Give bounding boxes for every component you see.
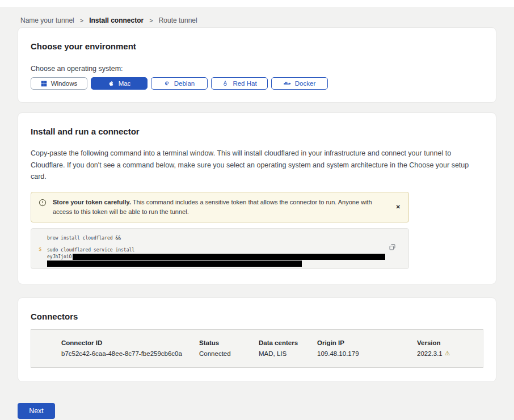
install-card: Install and run a connector Copy-paste t… xyxy=(18,112,496,284)
docker-icon xyxy=(284,81,291,87)
install-command-block: $ brew install cloudflared && sudo cloud… xyxy=(31,228,409,269)
install-card-title: Install and run a connector xyxy=(31,127,483,136)
breadcrumb: Name your tunnel > Install connector > R… xyxy=(0,7,514,27)
os-button-row: Windows Mac Debian Red Hat xyxy=(31,77,483,90)
redacted-token-bar xyxy=(47,261,302,267)
column-header-data-centers: Data centers xyxy=(259,339,317,346)
install-description: Copy-paste the following command into a … xyxy=(31,148,483,183)
os-button-label: Docker xyxy=(295,80,315,87)
breadcrumb-separator: > xyxy=(149,17,153,24)
debian-icon xyxy=(164,81,170,87)
environment-card-title: Choose your environment xyxy=(31,41,483,51)
redacted-token-bar xyxy=(73,254,385,260)
page-content: Choose your environment Choose an operat… xyxy=(18,27,496,382)
environment-card: Choose your environment Choose an operat… xyxy=(18,27,496,103)
alert-circle-icon xyxy=(39,199,47,209)
command-line-2: sudo cloudflared service install xyxy=(47,247,386,254)
os-button-docker[interactable]: Docker xyxy=(271,77,328,90)
next-button[interactable]: Next xyxy=(18,403,55,419)
table-row: b7c52c42-6caa-48ee-8c77-fbe259cb6c0a Con… xyxy=(61,350,483,357)
terminal-prompt: $ xyxy=(39,246,41,252)
os-button-windows[interactable]: Windows xyxy=(31,77,87,90)
os-button-label: Red Hat xyxy=(233,80,256,87)
footer: Next xyxy=(18,403,514,419)
os-button-label: Debian xyxy=(174,80,195,87)
close-icon[interactable]: ✕ xyxy=(396,204,401,210)
command-line-1: brew install cloudflared && xyxy=(47,235,386,242)
data-centers-value: MAD, LIS xyxy=(259,350,317,357)
column-header-version: Version xyxy=(417,339,483,346)
version-number: 2022.3.1 xyxy=(417,350,443,357)
column-header-origin-ip: Origin IP xyxy=(317,339,417,346)
token-prefix: eyJhIjoiO xyxy=(47,254,71,259)
connector-id-value: b7c52c42-6caa-48ee-8c77-fbe259cb6c0a xyxy=(61,350,199,357)
os-select-label: Choose an operating system: xyxy=(31,65,483,73)
status-badge: Connected xyxy=(199,350,259,357)
column-header-status: Status xyxy=(199,339,259,346)
column-header-connector-id: Connector ID xyxy=(61,339,199,346)
redhat-icon xyxy=(222,80,229,87)
windows-icon xyxy=(41,81,47,87)
origin-ip-value: 109.48.10.179 xyxy=(317,350,417,357)
os-button-redhat[interactable]: Red Hat xyxy=(211,77,268,90)
breadcrumb-name-your-tunnel[interactable]: Name your tunnel xyxy=(20,16,74,24)
os-button-debian[interactable]: Debian xyxy=(151,77,208,90)
warning-title: Store your token carefully. xyxy=(53,199,131,205)
os-button-label: Mac xyxy=(119,80,131,87)
os-button-mac[interactable]: Mac xyxy=(91,77,148,90)
breadcrumb-install-connector[interactable]: Install connector xyxy=(89,16,144,24)
breadcrumb-separator: > xyxy=(80,17,83,24)
version-value: 2022.3.1 ⚠ xyxy=(417,350,483,357)
top-strip xyxy=(0,0,514,7)
table-header-row: Connector ID Status Data centers Origin … xyxy=(61,339,483,346)
warning-triangle-icon: ⚠ xyxy=(445,350,450,356)
apple-icon xyxy=(108,80,115,87)
connectors-table: Connector ID Status Data centers Origin … xyxy=(31,329,483,368)
copy-icon[interactable] xyxy=(389,243,396,253)
breadcrumb-route-tunnel[interactable]: Route tunnel xyxy=(159,16,197,24)
token-warning-banner: Store your token carefully. This command… xyxy=(31,192,409,222)
os-button-label: Windows xyxy=(51,80,78,87)
connectors-card-title: Connectors xyxy=(31,312,483,321)
connectors-card: Connectors Connector ID Status Data cent… xyxy=(18,297,496,382)
